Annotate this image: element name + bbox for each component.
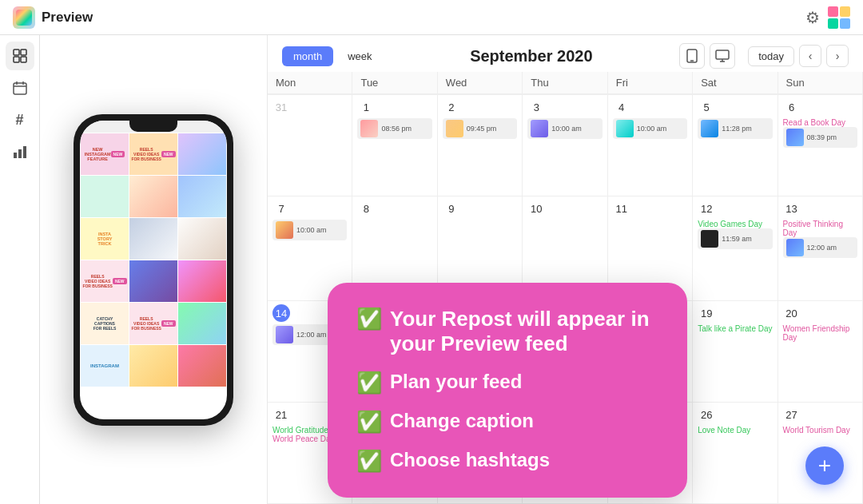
day-num: 12: [698, 200, 715, 217]
calendar-nav: today ‹ ›: [679, 43, 849, 69]
week-button[interactable]: week: [336, 46, 383, 66]
day-6[interactable]: 6 Read a Book Day 08:39 pm: [778, 95, 863, 196]
popup-item-2: ✅ Plan your feed: [356, 371, 658, 395]
topbar-left: Preview: [13, 6, 93, 29]
app-icon: [13, 6, 35, 29]
fab-button[interactable]: +: [805, 446, 844, 485]
day-num: 6: [783, 98, 801, 116]
day-26[interactable]: 26 Love Note Day: [693, 403, 777, 504]
sidebar: #: [0, 35, 40, 504]
day-19[interactable]: 19 Talk like a Pirate Day: [693, 301, 777, 403]
day-12[interactable]: 12 Video Games Day 11:59 am: [693, 196, 777, 301]
event-item[interactable]: 08:39 pm: [783, 127, 857, 148]
next-month-button[interactable]: ›: [826, 45, 849, 67]
svg-rect-3: [21, 57, 26, 62]
event-item[interactable]: 10:00 am: [613, 118, 687, 139]
month-week-toggle: month week: [282, 46, 384, 66]
sidebar-item-analytics[interactable]: [6, 137, 34, 166]
day-num: 4: [613, 98, 630, 116]
day-header-sat: Sat: [693, 72, 777, 94]
event-item[interactable]: 11:28 pm: [698, 118, 772, 139]
event-label-videogames[interactable]: Video Games Day: [698, 220, 772, 228]
phone-section: preview.app NEWINSTAGRAMFEATURENEW REELS…: [40, 35, 268, 504]
calendar-title: September 2020: [470, 47, 592, 65]
day-num: 1: [357, 98, 375, 116]
day-header-sun: Sun: [778, 72, 863, 94]
device-view-toggle: [679, 43, 735, 69]
day-num-today: 14: [272, 304, 290, 322]
day-31[interactable]: 31: [268, 95, 352, 196]
repost-popup: ✅ Your Repost will appear in your Previe…: [328, 283, 687, 498]
svg-rect-10: [23, 146, 26, 158]
desktop-view-icon[interactable]: [710, 43, 735, 69]
event-label-positivethinking[interactable]: Positive Thinking Day: [783, 220, 857, 237]
day-num: 10: [527, 200, 545, 217]
event-label-lovenote[interactable]: Love Note Day: [698, 426, 772, 435]
svg-rect-2: [14, 57, 19, 62]
svg-rect-9: [18, 149, 22, 158]
day-13[interactable]: 13 Positive Thinking Day 12:00 am: [778, 196, 863, 301]
svg-rect-13: [716, 50, 729, 59]
phone-grid: NEWINSTAGRAMFEATURENEW REELSVIDEO IDEASF…: [80, 133, 227, 387]
day-2[interactable]: 2 09:45 pm: [438, 95, 523, 196]
month-button[interactable]: month: [282, 46, 333, 66]
day-headers: Mon Tue Wed Thu Fri Sat Sun: [268, 72, 863, 95]
day-num: 8: [357, 200, 375, 217]
svg-rect-8: [14, 153, 17, 158]
sidebar-item-grid[interactable]: [6, 42, 34, 70]
prev-month-button[interactable]: ‹: [799, 45, 821, 67]
day-num: 7: [272, 200, 290, 217]
event-label-womenfriendship[interactable]: Women Friendship Day: [783, 324, 857, 342]
popup-item-3: ✅ Change caption: [356, 410, 658, 435]
topbar: Preview ⚙: [0, 0, 863, 35]
svg-rect-1: [21, 50, 26, 55]
day-num: 11: [613, 200, 630, 217]
event-item[interactable]: 08:56 pm: [357, 118, 432, 139]
day-num: 5: [698, 98, 715, 116]
sidebar-item-calendar[interactable]: [6, 73, 34, 102]
day-3[interactable]: 3 10:00 am: [523, 95, 607, 196]
day-header-mon: Mon: [268, 72, 352, 94]
day-1[interactable]: 1 08:56 pm: [352, 95, 437, 196]
event-item[interactable]: 09:45 pm: [443, 118, 517, 139]
day-header-tue: Tue: [352, 72, 437, 94]
day-header-wed: Wed: [438, 72, 523, 94]
day-4[interactable]: 4 10:00 am: [608, 95, 693, 196]
popup-item-1: ✅ Your Repost will appear in your Previe…: [356, 307, 658, 356]
today-button[interactable]: today: [748, 46, 794, 66]
day-num: 31: [272, 98, 290, 116]
content-wrapper: preview.app NEWINSTAGRAMFEATURENEW REELS…: [40, 35, 863, 504]
phone-screen: preview.app NEWINSTAGRAMFEATURENEW REELS…: [80, 121, 227, 419]
day-num: 9: [443, 200, 460, 217]
day-header-thu: Thu: [523, 72, 607, 94]
event-label-pirate[interactable]: Talk like a Pirate Day: [698, 324, 772, 333]
day-20[interactable]: 20 Women Friendship Day: [778, 301, 863, 403]
sidebar-item-hashtag[interactable]: #: [6, 105, 34, 134]
event-item[interactable]: 10:00 am: [527, 118, 602, 139]
event-item[interactable]: 11:59 am: [698, 228, 772, 249]
svg-rect-4: [14, 83, 26, 94]
mobile-view-icon[interactable]: [679, 43, 705, 69]
day-num: 2: [443, 98, 460, 116]
topbar-right: ⚙: [805, 6, 850, 29]
phone-mockup: preview.app NEWINSTAGRAMFEATURENEW REELS…: [74, 114, 233, 426]
event-label-worldtourism[interactable]: World Tourism Day: [783, 426, 857, 435]
gear-icon[interactable]: ⚙: [805, 8, 820, 27]
svg-rect-0: [14, 50, 19, 55]
app-title: Preview: [42, 10, 93, 26]
event-label-readbook[interactable]: Read a Book Day: [783, 118, 857, 127]
day-header-fri: Fri: [608, 72, 693, 94]
color-grid-icon[interactable]: [828, 6, 850, 29]
day-5[interactable]: 5 11:28 pm: [693, 95, 777, 196]
main-layout: # preview.app NEWINSTAGRAMFEATURENEW REE…: [0, 35, 863, 504]
event-item[interactable]: 10:00 am: [272, 220, 347, 240]
event-item[interactable]: 12:00 am: [783, 237, 857, 258]
popup-item-4: ✅ Choose hashtags: [356, 449, 658, 474]
day-num: 13: [783, 200, 801, 217]
day-num: 3: [527, 98, 545, 116]
